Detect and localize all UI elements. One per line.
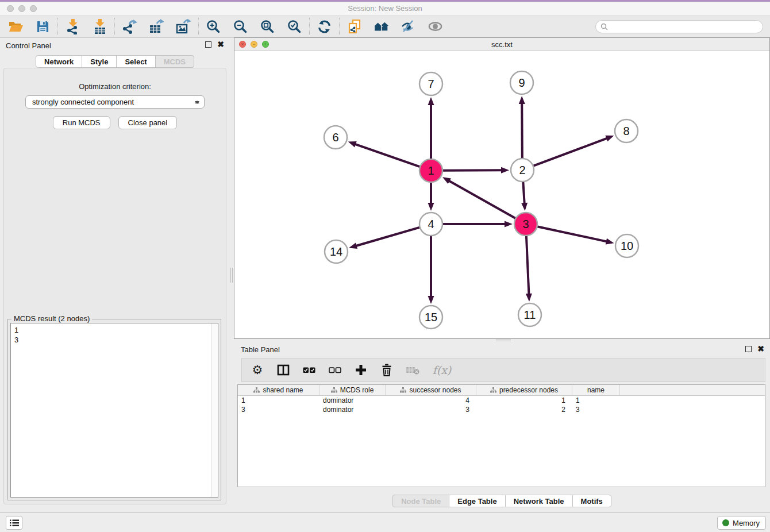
table-row[interactable]: 1 dominator 4 1 1	[238, 396, 765, 405]
graph-node-label: 15	[425, 311, 437, 323]
cell-shared-name[interactable]: 1	[238, 396, 319, 404]
tab-network-table[interactable]: Network Table	[505, 495, 573, 507]
memory-button[interactable]: Memory	[717, 516, 766, 530]
table-row[interactable]: 3 dominator 3 2 3	[238, 405, 765, 414]
graph-node-label: 8	[623, 125, 629, 137]
import-table-icon[interactable]	[92, 19, 107, 34]
cell-shared-name[interactable]: 3	[238, 406, 319, 414]
mcds-result-line: 3	[14, 335, 214, 345]
table-panel-title: Table Panel	[241, 345, 280, 354]
column-view-icon[interactable]	[276, 363, 290, 377]
graph-node-label: 4	[428, 218, 434, 230]
zoom-fit-icon[interactable]	[260, 19, 275, 34]
graph-edge-1-6[interactable]	[355, 144, 420, 167]
column-header-predecessor-nodes[interactable]: predecessor nodes	[476, 385, 572, 395]
close-panel-icon[interactable]: ✖	[217, 41, 224, 48]
graph-edge-2-8[interactable]	[533, 138, 608, 166]
search-input[interactable]	[611, 22, 758, 30]
optimization-criterion-select[interactable]: strongly connected component	[25, 95, 205, 109]
search-field[interactable]	[595, 20, 763, 33]
tab-select[interactable]: Select	[116, 55, 155, 68]
close-table-panel-icon[interactable]: ✖	[757, 345, 764, 352]
graph-edge-2-9[interactable]	[522, 103, 522, 159]
function-builder-icon[interactable]: f(x)	[432, 363, 452, 377]
task-history-button[interactable]	[6, 516, 22, 530]
search-icon	[600, 23, 608, 30]
open-session-icon[interactable]	[8, 19, 24, 34]
network-graph[interactable]: 7968124314101511	[234, 51, 769, 338]
zoom-in-icon[interactable]	[206, 19, 221, 34]
tab-edge-table[interactable]: Edge Table	[449, 495, 505, 507]
table-toolbar: ⚙	[241, 358, 765, 382]
graph-edge-arrowhead	[606, 238, 614, 245]
save-session-icon[interactable]	[35, 19, 51, 34]
show-eye-icon[interactable]	[428, 19, 443, 34]
network-window-titlebar: × − + scc.txt	[234, 38, 769, 51]
run-mcds-button[interactable]: Run MCDS	[53, 116, 110, 129]
tab-node-table[interactable]: Node Table	[392, 495, 449, 507]
application-window: Session: New Session	[0, 0, 770, 532]
optimization-criterion-label: Optimization criterion:	[4, 82, 226, 91]
add-column-icon[interactable]	[354, 363, 368, 377]
main-toolbar	[0, 16, 770, 38]
column-header-successor-nodes[interactable]: successor nodes	[386, 385, 476, 395]
cell-mcds-role[interactable]: dominator	[319, 396, 386, 404]
hide-eye-icon[interactable]	[401, 19, 416, 34]
network-canvas[interactable]: 7968124314101511	[234, 51, 769, 338]
tab-network[interactable]: Network	[36, 55, 82, 68]
duplicate-network-icon[interactable]	[346, 19, 362, 34]
select-all-columns-icon[interactable]	[302, 363, 316, 377]
cell-name[interactable]: 1	[572, 396, 620, 404]
deselect-all-columns-icon[interactable]	[328, 363, 342, 377]
cell-successor-nodes[interactable]: 3	[386, 406, 476, 414]
mcds-result-textarea[interactable]: 1 3	[10, 323, 218, 498]
export-image-icon[interactable]	[176, 19, 191, 34]
mcds-result-line: 1	[14, 325, 214, 335]
graph-edge-3-10[interactable]	[537, 226, 607, 241]
control-panel: Control Panel ✖ Network Style Select MCD…	[0, 38, 230, 504]
delete-column-icon[interactable]	[380, 363, 394, 377]
result-scrollbar[interactable]	[211, 323, 218, 497]
import-network-icon[interactable]	[65, 19, 80, 34]
graph-edge-arrowhead	[501, 167, 509, 174]
mcds-result-title: MCDS result (2 nodes)	[11, 314, 92, 323]
cell-name[interactable]: 3	[572, 406, 620, 414]
double-home-icon[interactable]	[374, 19, 389, 34]
graph-edge-4-14[interactable]	[356, 228, 420, 246]
node-table[interactable]: shared name MCDS role successor nodes pr…	[237, 384, 765, 487]
graph-edge-2-3[interactable]	[523, 182, 524, 204]
zoom-selected-icon[interactable]	[287, 19, 302, 34]
select-stepper-icon	[194, 98, 200, 107]
tab-mcds[interactable]: MCDS	[155, 55, 194, 68]
window-title: Session: New Session	[0, 4, 770, 13]
tab-style[interactable]: Style	[82, 55, 117, 68]
cell-predecessor-nodes[interactable]: 2	[476, 406, 572, 414]
graph-edge-3-11[interactable]	[526, 236, 529, 295]
graph-edge-3-1[interactable]	[448, 180, 515, 218]
column-header-mcds-role[interactable]: MCDS role	[319, 385, 386, 395]
column-header-shared-name[interactable]: shared name	[238, 385, 319, 395]
control-panel-tabs: Network Style Select MCDS	[0, 55, 230, 68]
graph-edge-arrowhead	[505, 221, 513, 228]
tab-motifs[interactable]: Motifs	[572, 495, 611, 507]
graph-node-label: 3	[522, 218, 529, 230]
table-header-row: shared name MCDS role successor nodes pr…	[238, 385, 765, 396]
apply-layout-icon[interactable]	[317, 19, 332, 34]
zoom-out-icon[interactable]	[233, 19, 248, 34]
graph-edge-1-2[interactable]	[442, 170, 502, 171]
cell-successor-nodes[interactable]: 4	[386, 396, 476, 404]
export-table-icon[interactable]	[149, 19, 164, 34]
close-panel-button[interactable]: Close panel	[118, 116, 178, 129]
delete-table-icon[interactable]	[406, 363, 419, 377]
table-settings-icon[interactable]: ⚙	[251, 363, 264, 377]
app-titlebar: Session: New Session	[0, 2, 770, 16]
cell-predecessor-nodes[interactable]: 1	[476, 396, 572, 404]
float-table-panel-icon[interactable]	[745, 346, 752, 352]
cell-mcds-role[interactable]: dominator	[319, 406, 386, 414]
graph-node-label: 9	[518, 76, 525, 89]
vertical-splitter[interactable]	[230, 38, 234, 504]
float-panel-icon[interactable]	[205, 41, 211, 48]
network-view-window: × − + scc.txt 7968124314101511	[234, 37, 770, 339]
column-header-name[interactable]: name	[572, 385, 620, 395]
export-network-icon[interactable]	[122, 19, 137, 34]
